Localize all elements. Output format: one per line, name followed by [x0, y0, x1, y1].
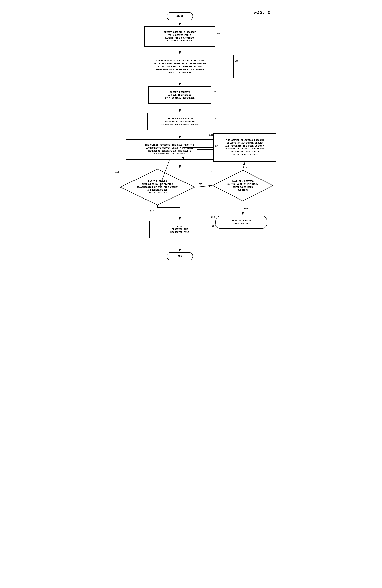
tag-100: 100	[115, 171, 119, 173]
tag-130: 130	[211, 216, 215, 218]
node-50: CLIENT SUBMITS A REQUESTTO A SERVER FOR …	[144, 26, 215, 47]
tag-70: 70	[213, 90, 216, 93]
svg-text:YES: YES	[150, 210, 154, 213]
node-90: THE CLIENT REQUESTS THE FILE FROM THEAPP…	[126, 139, 213, 160]
node-120: CLIENTRECEIVES THEREQUESTED FILE	[149, 221, 210, 238]
svg-line-15	[243, 162, 245, 170]
node-130: TERMINATE WITHERROR MESSAGE	[215, 216, 267, 229]
tag-120: 120	[212, 225, 216, 227]
node-80: THE SERVER SELECTIONPROGRAM IS EXECUTED …	[147, 113, 212, 130]
tag-60: 60	[235, 60, 238, 63]
node-110: THE SERVER SELECTION PROGRAMSELECTS AN A…	[213, 133, 276, 162]
node-70: CLIENT REQUESTSA FILE IDENTIFIEDBY A LOG…	[148, 86, 211, 104]
tag-110: 110	[209, 134, 213, 136]
node-100: HAS THE SERVERRESPONDED BY INITIATINGTRA…	[120, 169, 195, 205]
svg-text:YES: YES	[244, 208, 248, 210]
figure-title: FIG. 2	[254, 10, 270, 15]
svg-text:NO: NO	[199, 183, 202, 186]
tag-105: 105	[209, 170, 213, 173]
tag-50: 50	[217, 33, 220, 35]
end-node: END	[167, 252, 193, 260]
start-node: START	[167, 12, 193, 20]
node-60: CLIENT RECEIVES A VERSION OF THE FILEWHI…	[126, 55, 234, 78]
node-105: HAVE ALL SERVERSIN THE LIST OF PHYSICALR…	[212, 170, 273, 201]
svg-line-13	[195, 186, 212, 187]
tag-80: 80	[214, 118, 216, 120]
svg-text:NO: NO	[246, 166, 248, 169]
